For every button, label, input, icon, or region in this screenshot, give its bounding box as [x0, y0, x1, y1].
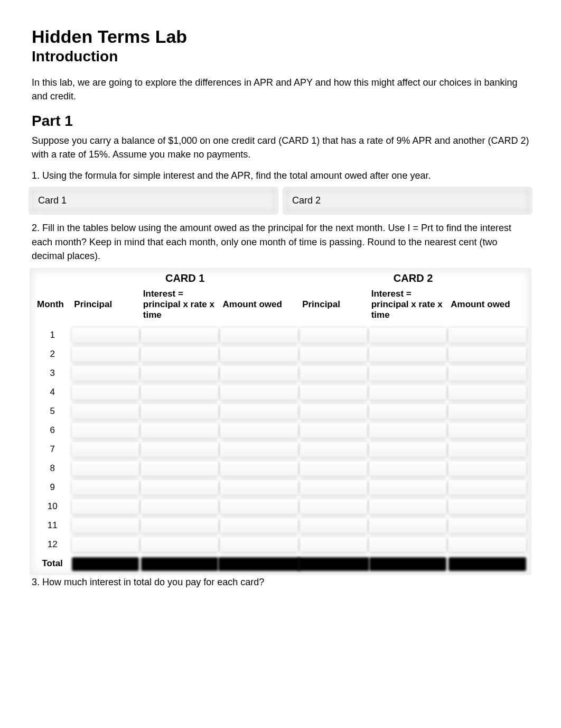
data-cell[interactable]: [219, 383, 299, 402]
data-cell[interactable]: [447, 345, 527, 364]
month-cell: 4: [34, 383, 71, 402]
data-cell[interactable]: [447, 478, 527, 497]
data-cell[interactable]: [299, 364, 368, 383]
data-cell[interactable]: [368, 478, 448, 497]
data-cell[interactable]: [219, 326, 299, 345]
data-cell[interactable]: [299, 497, 368, 516]
month-cell: 10: [34, 497, 71, 516]
data-cell[interactable]: [140, 440, 220, 459]
data-cell[interactable]: [368, 497, 448, 516]
data-cell[interactable]: [140, 535, 220, 554]
group-card1: CARD 1: [71, 270, 299, 285]
data-cell[interactable]: [71, 459, 140, 478]
data-cell[interactable]: [71, 440, 140, 459]
total-cell: [368, 554, 448, 573]
data-cell[interactable]: [447, 402, 527, 421]
page-title: Hidden Terms Lab: [32, 26, 529, 47]
card2-answer-field[interactable]: Card 2: [286, 190, 529, 211]
data-cell[interactable]: [299, 535, 368, 554]
data-cell[interactable]: [140, 326, 220, 345]
month-cell: 9: [34, 478, 71, 497]
data-cell[interactable]: [299, 459, 368, 478]
data-cell[interactable]: [140, 516, 220, 535]
data-cell[interactable]: [140, 459, 220, 478]
month-cell: 7: [34, 440, 71, 459]
data-cell[interactable]: [219, 402, 299, 421]
table-row: 4: [34, 383, 527, 402]
data-cell[interactable]: [219, 478, 299, 497]
data-cell[interactable]: [140, 383, 220, 402]
data-cell[interactable]: [140, 478, 220, 497]
col-amount-2: Amount owed: [447, 285, 527, 326]
data-cell[interactable]: [447, 516, 527, 535]
data-cell[interactable]: [447, 421, 527, 440]
data-cell[interactable]: [447, 535, 527, 554]
data-cell[interactable]: [140, 402, 220, 421]
month-cell: 2: [34, 345, 71, 364]
data-cell[interactable]: [219, 421, 299, 440]
data-cell[interactable]: [368, 421, 448, 440]
data-cell[interactable]: [368, 535, 448, 554]
month-cell: 5: [34, 402, 71, 421]
question-3: 3. How much interest in total do you pay…: [32, 575, 529, 589]
data-cell[interactable]: [299, 326, 368, 345]
data-cell[interactable]: [71, 497, 140, 516]
data-cell[interactable]: [71, 421, 140, 440]
card1-answer-field[interactable]: Card 1: [32, 190, 275, 211]
data-cell[interactable]: [71, 345, 140, 364]
data-cell[interactable]: [368, 516, 448, 535]
question-2: 2. Fill in the tables below using the am…: [32, 221, 529, 262]
data-cell[interactable]: [368, 383, 448, 402]
table-row: 9: [34, 478, 527, 497]
data-cell[interactable]: [299, 478, 368, 497]
data-cell[interactable]: [140, 497, 220, 516]
data-cell[interactable]: [219, 364, 299, 383]
data-cell[interactable]: [368, 402, 448, 421]
month-cell: 1: [34, 326, 71, 345]
data-cell[interactable]: [368, 364, 448, 383]
data-cell[interactable]: [368, 326, 448, 345]
col-principal-2: Principal: [299, 285, 368, 326]
month-cell: 12: [34, 535, 71, 554]
data-cell[interactable]: [368, 345, 448, 364]
data-cell[interactable]: [219, 535, 299, 554]
data-cell[interactable]: [447, 440, 527, 459]
question-1: 1. Using the formula for simple interest…: [32, 169, 529, 182]
total-cell: [299, 554, 368, 573]
data-cell[interactable]: [299, 345, 368, 364]
data-cell[interactable]: [447, 364, 527, 383]
data-cell[interactable]: [368, 440, 448, 459]
table-row: 2: [34, 345, 527, 364]
data-cell[interactable]: [219, 459, 299, 478]
data-cell[interactable]: [299, 402, 368, 421]
data-cell[interactable]: [299, 440, 368, 459]
data-cell[interactable]: [71, 516, 140, 535]
data-cell[interactable]: [140, 345, 220, 364]
data-cell[interactable]: [447, 497, 527, 516]
data-cell[interactable]: [71, 402, 140, 421]
data-cell[interactable]: [219, 497, 299, 516]
data-cell[interactable]: [368, 459, 448, 478]
data-cell[interactable]: [219, 345, 299, 364]
data-cell[interactable]: [299, 421, 368, 440]
data-cell[interactable]: [447, 326, 527, 345]
data-cell[interactable]: [140, 364, 220, 383]
total-cell: [219, 554, 299, 573]
data-cell[interactable]: [71, 383, 140, 402]
data-cell[interactable]: [71, 326, 140, 345]
table-row: 7: [34, 440, 527, 459]
data-cell[interactable]: [140, 421, 220, 440]
data-cell[interactable]: [219, 516, 299, 535]
month-cell: 3: [34, 364, 71, 383]
data-cell[interactable]: [71, 478, 140, 497]
group-card2: CARD 2: [299, 270, 527, 285]
data-cell[interactable]: [219, 440, 299, 459]
data-cell[interactable]: [447, 383, 527, 402]
table-row: 3: [34, 364, 527, 383]
data-cell[interactable]: [71, 364, 140, 383]
interest-table-wrap: CARD 1 CARD 2 Month Principal Interest =…: [32, 270, 529, 573]
data-cell[interactable]: [447, 459, 527, 478]
data-cell[interactable]: [71, 535, 140, 554]
data-cell[interactable]: [299, 383, 368, 402]
data-cell[interactable]: [299, 516, 368, 535]
